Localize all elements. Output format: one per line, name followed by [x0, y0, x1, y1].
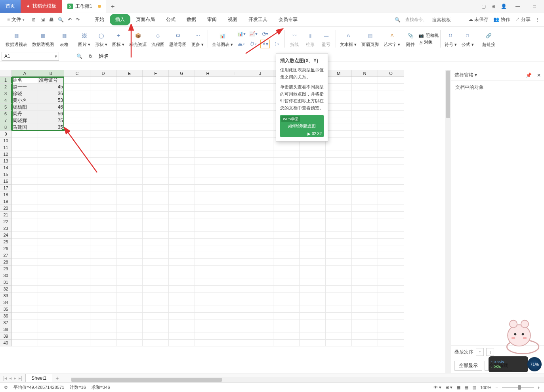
- cell[interactable]: [300, 326, 326, 333]
- cell[interactable]: [352, 293, 378, 299]
- cell[interactable]: [195, 185, 221, 191]
- cell[interactable]: [247, 124, 273, 131]
- cell[interactable]: [273, 252, 300, 259]
- cell[interactable]: [221, 306, 247, 313]
- cell[interactable]: 黄小名: [12, 97, 38, 104]
- cell[interactable]: [378, 97, 404, 104]
- cell[interactable]: [195, 84, 221, 90]
- cell[interactable]: [378, 279, 404, 286]
- fx-icon[interactable]: fx: [87, 54, 94, 59]
- cell[interactable]: [169, 266, 195, 272]
- row-header[interactable]: 13: [0, 158, 12, 164]
- cell[interactable]: [195, 138, 221, 144]
- line-chart-icon[interactable]: 📈▾: [248, 29, 258, 38]
- cell[interactable]: [38, 198, 64, 205]
- cell[interactable]: [352, 144, 378, 151]
- cell[interactable]: [195, 279, 221, 286]
- cell[interactable]: [352, 117, 378, 124]
- cell[interactable]: [90, 111, 116, 117]
- row-header[interactable]: 2: [0, 84, 12, 90]
- name-box[interactable]: A1▾: [2, 52, 59, 61]
- cell[interactable]: [143, 218, 169, 225]
- cell[interactable]: [195, 164, 221, 171]
- cell[interactable]: [169, 245, 195, 252]
- cell[interactable]: [64, 90, 90, 97]
- column-headers[interactable]: ABCDEFGHIJKLMNO: [12, 70, 404, 77]
- cell[interactable]: [352, 252, 378, 259]
- cell[interactable]: [143, 326, 169, 333]
- cell[interactable]: [143, 144, 169, 151]
- cell[interactable]: [300, 286, 326, 293]
- cell[interactable]: [90, 124, 116, 131]
- cell[interactable]: [169, 340, 195, 346]
- cell[interactable]: [195, 131, 221, 138]
- cell[interactable]: [378, 198, 404, 205]
- cell[interactable]: [143, 239, 169, 245]
- cell[interactable]: [221, 333, 247, 340]
- cell[interactable]: [247, 104, 273, 111]
- cell[interactable]: [195, 340, 221, 346]
- cell[interactable]: [169, 272, 195, 279]
- cell[interactable]: [195, 124, 221, 131]
- cell[interactable]: [143, 138, 169, 144]
- cell[interactable]: [90, 90, 116, 97]
- cell[interactable]: [221, 212, 247, 218]
- pin-icon[interactable]: 📌: [526, 73, 532, 78]
- col-header[interactable]: J: [247, 70, 273, 76]
- cell[interactable]: [378, 205, 404, 212]
- cell[interactable]: [12, 286, 38, 293]
- cell[interactable]: [90, 333, 116, 340]
- cell[interactable]: [221, 286, 247, 293]
- cell[interactable]: [116, 272, 143, 279]
- cell[interactable]: [378, 144, 404, 151]
- resource-button[interactable]: 📦稻壳资源: [127, 29, 149, 48]
- cell[interactable]: [378, 212, 404, 218]
- cell[interactable]: [116, 293, 143, 299]
- cell[interactable]: [247, 266, 273, 272]
- cell[interactable]: [300, 205, 326, 212]
- cell[interactable]: [221, 326, 247, 333]
- cell[interactable]: [169, 299, 195, 306]
- cell[interactable]: [247, 252, 273, 259]
- cell[interactable]: [169, 333, 195, 340]
- cell[interactable]: [300, 151, 326, 158]
- cell[interactable]: [38, 185, 64, 191]
- col-header[interactable]: B: [38, 70, 64, 76]
- cell[interactable]: [90, 198, 116, 205]
- cell[interactable]: [90, 252, 116, 259]
- minimize-button[interactable]: —: [512, 1, 523, 12]
- cell[interactable]: [116, 340, 143, 346]
- cell[interactable]: [169, 138, 195, 144]
- tab-document[interactable]: S 工作簿1: [62, 0, 107, 13]
- cell[interactable]: [169, 84, 195, 90]
- cell[interactable]: [273, 306, 300, 313]
- cell[interactable]: [64, 272, 90, 279]
- row-header[interactable]: 18: [0, 191, 12, 198]
- save-icon[interactable]: 🖫: [40, 17, 45, 23]
- cell[interactable]: [300, 252, 326, 259]
- cell[interactable]: [116, 319, 143, 326]
- show-all-button[interactable]: 全部显示: [454, 361, 482, 371]
- cell[interactable]: [116, 218, 143, 225]
- cell[interactable]: [116, 131, 143, 138]
- cell[interactable]: [64, 212, 90, 218]
- cell[interactable]: [12, 151, 38, 158]
- cell[interactable]: [378, 293, 404, 299]
- cell[interactable]: [143, 333, 169, 340]
- cell[interactable]: [169, 171, 195, 178]
- cell[interactable]: [273, 171, 300, 178]
- cell[interactable]: [143, 245, 169, 252]
- cell[interactable]: [12, 205, 38, 212]
- cell[interactable]: [352, 151, 378, 158]
- cell[interactable]: [273, 272, 300, 279]
- cell[interactable]: [169, 117, 195, 124]
- cell[interactable]: [326, 151, 352, 158]
- cell[interactable]: [326, 205, 352, 212]
- cell[interactable]: [273, 319, 300, 326]
- cell[interactable]: [143, 164, 169, 171]
- row-header[interactable]: 21: [0, 212, 12, 218]
- cell[interactable]: [326, 218, 352, 225]
- cell[interactable]: [352, 164, 378, 171]
- cell[interactable]: [326, 191, 352, 198]
- cell[interactable]: [326, 333, 352, 340]
